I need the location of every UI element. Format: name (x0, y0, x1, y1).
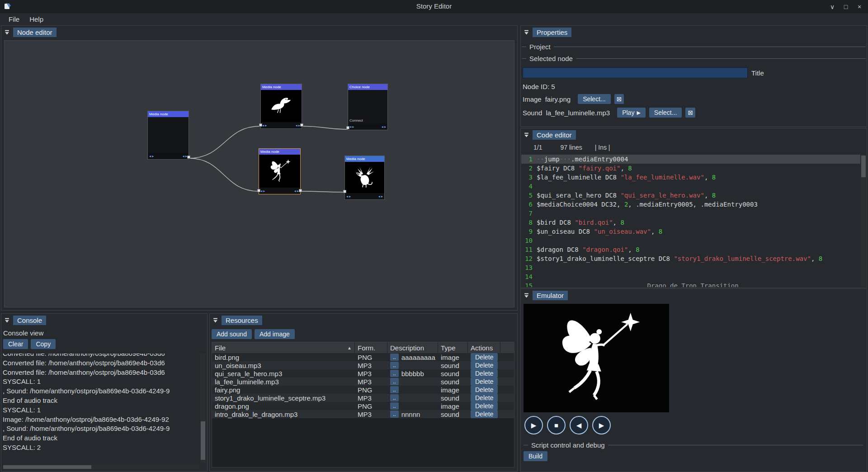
image-select-button[interactable]: Select... (578, 94, 611, 104)
node-choice[interactable]: Choice nodeConnect◂ ▸◂ ▸ (348, 84, 388, 130)
play-sound-button[interactable]: Play ▶ (617, 108, 646, 118)
code-line: 3$la_fee_luminelle DC8 "la_fee_luminelle… (521, 173, 860, 182)
edit-description-button[interactable]: .. (390, 362, 399, 369)
node-arrows-icon[interactable]: ◂ ▸ (260, 189, 265, 193)
resource-row[interactable]: qui_sera_le_hero.mp3MP3..bbbbbbsoundDele… (212, 369, 514, 378)
close-button[interactable]: × (854, 3, 864, 10)
step-forward-button[interactable]: ▶ (592, 416, 611, 434)
node-bird[interactable]: Media node◂ ▸◂ ▸ (260, 84, 302, 129)
resource-row[interactable]: dragon.pngPNG..imageDelete (212, 402, 514, 410)
line-number: 13 (521, 263, 537, 272)
delete-button[interactable]: Delete (471, 394, 498, 402)
column-actions[interactable]: Actions (468, 342, 500, 353)
collapse-icon[interactable] (212, 317, 218, 323)
clear-button[interactable]: Clear (3, 339, 28, 349)
tab-properties[interactable]: Properties (533, 28, 571, 37)
resource-row[interactable]: bird.pngPNG..aaaaaaaaaimageDelete (212, 353, 514, 361)
sound-select-button[interactable]: Select... (649, 108, 682, 118)
column-format-label: Form. (358, 344, 375, 352)
menubar: FileHelp (0, 13, 868, 25)
node-arrows-icon[interactable]: ◂ ▸ (346, 194, 351, 198)
tab-code-editor[interactable]: Code editor (533, 130, 576, 140)
column-format[interactable]: Form. (355, 342, 387, 353)
tab-resources[interactable]: Resources (222, 316, 262, 325)
node-canvas[interactable]: Media node◂ ▸◂ ▸Media node◂ ▸◂ ▸Choice n… (4, 40, 514, 307)
collapse-icon[interactable] (4, 317, 10, 323)
menu-help[interactable]: Help (24, 14, 48, 24)
node-port[interactable] (346, 126, 349, 129)
delete-button[interactable]: Delete (471, 378, 498, 386)
node-port[interactable] (343, 190, 346, 193)
console-line: SYSCALL: 1 (3, 406, 199, 415)
edit-description-button[interactable]: .. (390, 411, 399, 418)
edit-description-button[interactable]: .. (390, 354, 399, 361)
collapse-icon[interactable] (523, 29, 529, 35)
console-vertical-scrollbar[interactable] (200, 354, 206, 463)
node-arrows-icon[interactable]: ◂ ▸ (296, 123, 300, 127)
node-arrows-icon[interactable]: ◂ ▸ (378, 194, 383, 198)
delete-button[interactable]: Delete (471, 353, 498, 361)
node-dragon[interactable]: Media node◂ ▸◂ ▸ (344, 156, 385, 200)
delete-button[interactable]: Delete (471, 369, 498, 378)
node-arrows-icon[interactable]: ◂ ▸ (183, 154, 187, 158)
code-area[interactable]: 1··jump···.mediaEntry00042$fairy DC8 "fa… (521, 155, 860, 287)
build-button[interactable]: Build (524, 451, 547, 461)
sound-clear-button[interactable]: ⊠ (685, 108, 695, 118)
column-file[interactable]: File ▲ (212, 342, 355, 353)
node-intro[interactable]: Media node◂ ▸◂ ▸ (147, 111, 189, 160)
column-type[interactable]: Type (438, 342, 468, 353)
add-sound-button[interactable]: Add sound (212, 329, 252, 339)
title-input[interactable] (523, 67, 748, 78)
resource-row[interactable]: intro_drako_le_dragon.mp3MP3..nnnnnsound… (212, 410, 514, 418)
scrollbar-thumb[interactable] (861, 156, 866, 177)
column-description[interactable]: Description (387, 342, 438, 353)
add-image-button[interactable]: Add image (255, 329, 295, 339)
console-log[interactable]: Converted file: /home/anthony/ostproj/ba… (3, 354, 199, 463)
edit-description-button[interactable]: .. (390, 378, 399, 385)
node-port[interactable] (299, 189, 302, 192)
scrollbar-thumb[interactable] (201, 421, 205, 460)
maximize-button[interactable]: □ (841, 3, 851, 10)
shade-button[interactable]: ∨ (827, 3, 837, 10)
fairy-image (543, 307, 650, 410)
edit-description-button[interactable]: .. (390, 394, 399, 401)
resource-row[interactable]: la_fee_luminelle.mp3MP3..soundDelete (212, 378, 514, 386)
node-port[interactable] (257, 189, 260, 192)
resource-row[interactable]: un_oiseau.mp3MP3..soundDelete (212, 361, 514, 369)
collapse-icon[interactable] (523, 292, 529, 298)
step-back-button[interactable]: ◀ (570, 416, 588, 434)
tab-node-editor[interactable]: Node editor (13, 28, 57, 37)
node-arrows-icon[interactable]: ◂ ▸ (382, 125, 386, 129)
tab-console[interactable]: Console (13, 316, 46, 325)
console-horizontal-scrollbar[interactable] (3, 465, 199, 469)
resource-row[interactable]: fairy.pngPNG..imageDelete (212, 386, 514, 394)
tab-emulator[interactable]: Emulator (533, 291, 568, 300)
delete-button[interactable]: Delete (471, 410, 498, 418)
scrollbar-thumb[interactable] (3, 465, 91, 469)
node-fairy[interactable]: Media node◂ ▸◂ ▸ (259, 148, 301, 194)
copy-button[interactable]: Copy (31, 339, 56, 349)
resource-row[interactable]: story1_drako_luminelle_sceptre.mp3MP3..s… (212, 394, 514, 402)
collapse-icon[interactable] (4, 29, 10, 35)
node-arrows-icon[interactable]: ◂ ▸ (294, 189, 299, 193)
node-arrows-icon[interactable]: ◂ ▸ (149, 154, 154, 158)
delete-button[interactable]: Delete (471, 402, 498, 410)
edit-description-button[interactable]: .. (390, 386, 399, 393)
node-port[interactable] (300, 123, 303, 127)
delete-button[interactable]: Delete (471, 361, 498, 369)
step-forward-icon: ▶ (599, 421, 604, 430)
code-vertical-scrollbar[interactable] (861, 155, 866, 287)
menu-file[interactable]: File (4, 14, 24, 24)
edit-description-button[interactable]: .. (390, 402, 399, 410)
node-port[interactable] (187, 156, 190, 159)
image-clear-button[interactable]: ⊠ (614, 94, 624, 104)
stop-button[interactable]: ■ (547, 416, 566, 434)
res-description-cell: .. (387, 394, 438, 402)
edit-description-button[interactable]: .. (390, 370, 399, 377)
node-arrows-icon[interactable]: ◂ ▸ (349, 125, 354, 129)
collapse-icon[interactable] (523, 132, 529, 138)
node-arrows-icon[interactable]: ◂ ▸ (262, 123, 267, 127)
delete-button[interactable]: Delete (471, 386, 498, 394)
play-button[interactable]: ▶ (524, 416, 543, 434)
node-port[interactable] (259, 123, 262, 127)
